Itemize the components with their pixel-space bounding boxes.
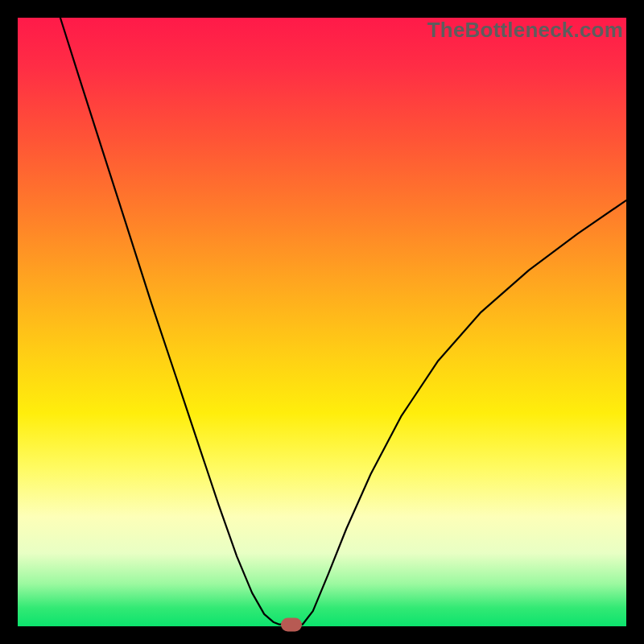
bottleneck-curve [18,18,626,626]
curve-path [60,18,626,625]
optimum-marker [281,617,302,631]
chart-frame: TheBottleneck.com [0,0,644,644]
